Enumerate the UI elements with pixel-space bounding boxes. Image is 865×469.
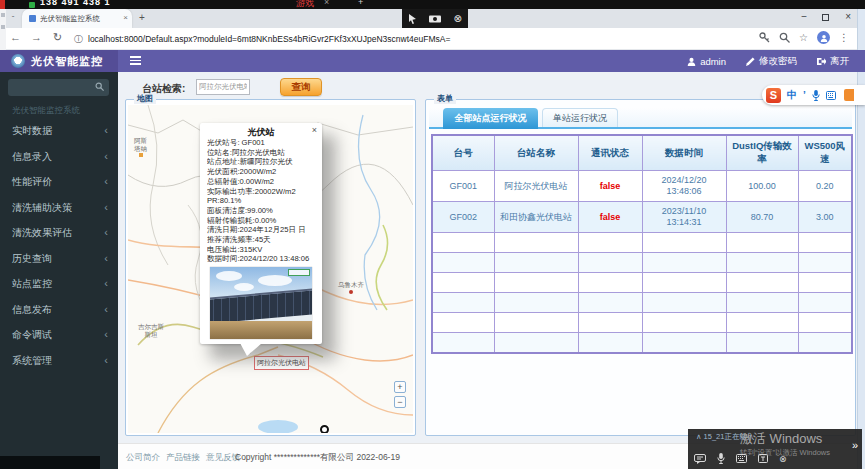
- ime-keyboard-icon[interactable]: [826, 91, 836, 100]
- station-marker-secondary[interactable]: [320, 425, 329, 433]
- caret-icon[interactable]: ∧: [696, 432, 702, 441]
- change-password-button[interactable]: 修改密码: [746, 55, 797, 68]
- tab-search-icon[interactable]: ˇ: [7, 13, 19, 25]
- ime-punctuation-icon[interactable]: ’: [803, 90, 806, 101]
- sidebar-item[interactable]: 系统管理‹: [0, 348, 118, 374]
- sidebar-toggle-icon[interactable]: [130, 56, 141, 65]
- chevron-left-icon: ‹: [104, 169, 108, 195]
- sogou-logo-icon[interactable]: S: [766, 88, 781, 103]
- keyboard-icon[interactable]: [736, 454, 747, 463]
- close-circle-icon[interactable]: ⊗: [779, 454, 787, 464]
- browser-avatar[interactable]: [817, 31, 830, 44]
- popup-close-icon[interactable]: ×: [312, 125, 317, 135]
- column-header: WS500风速: [798, 135, 852, 171]
- query-button[interactable]: 查询: [280, 78, 322, 96]
- text-input-icon[interactable]: [758, 454, 768, 463]
- tab-all-stations-status[interactable]: 全部站点运行状况: [443, 108, 538, 129]
- sidebar-item[interactable]: 信息录入‹: [0, 144, 118, 170]
- chevron-left-icon: ‹: [104, 322, 108, 348]
- sidebar-item[interactable]: 信息发布‹: [0, 297, 118, 323]
- chevron-left-icon: ‹: [104, 144, 108, 170]
- reload-icon[interactable]: ↻: [53, 31, 62, 44]
- forward-icon[interactable]: →: [31, 31, 42, 43]
- table-row[interactable]: GF001阿拉尔光伏电站false2024/12/20 13:48:06100.…: [432, 171, 852, 202]
- password-key-icon[interactable]: [759, 32, 770, 43]
- empty-cell: [578, 293, 642, 313]
- empty-table-row: [432, 333, 852, 353]
- game-tab-label[interactable]: 游戏: [296, 0, 314, 10]
- phone-tab-new-icon[interactable]: +: [358, 0, 363, 7]
- table-cell: 0.20: [798, 171, 852, 202]
- ime-toolbox-icon[interactable]: [844, 89, 854, 101]
- empty-cell: [726, 333, 798, 353]
- empty-cell: [432, 253, 494, 273]
- form-panel: 表单 全部站点运行状况 单站运行状况 台号台站名称通讯状态数据时间DustIQ传…: [425, 99, 856, 436]
- footer-link[interactable]: 公司简介: [126, 452, 160, 462]
- sidebar-item[interactable]: 性能评价‹: [0, 169, 118, 195]
- map-zoom-out-button[interactable]: −: [394, 396, 406, 408]
- empty-cell: [494, 333, 578, 353]
- search-icon[interactable]: [95, 82, 104, 91]
- user-name: admin: [700, 56, 726, 67]
- recorder-stop-icon[interactable]: ⊗: [454, 14, 462, 24]
- tab-single-station-status[interactable]: 单站运行状况: [542, 108, 618, 127]
- url-text[interactable]: localhost:8000/Default.aspx?moduleId=6mt…: [88, 34, 628, 44]
- brand-area[interactable]: 光伏智能监控: [0, 50, 118, 72]
- browser-tab[interactable]: 光伏智能监控系统 ×: [22, 9, 132, 28]
- bookmark-star-icon[interactable]: ☆: [799, 32, 808, 43]
- stations-table: 台号台站名称通讯状态数据时间DustIQ传输效率WS500风速 GF001阿拉尔…: [431, 134, 853, 354]
- map[interactable]: 阿斯塔纳 吉尔吉斯斯坦 乌鲁木齐 + − 阿拉尔光伏电站 光伏站 × 光伏站号:…: [128, 105, 413, 433]
- new-tab-button[interactable]: +: [139, 12, 145, 23]
- site-info-icon[interactable]: ⓘ: [74, 33, 83, 46]
- chevron-left-icon: ‹: [104, 118, 108, 144]
- window-maximize-button[interactable]: [822, 14, 829, 21]
- station-search-input[interactable]: [196, 79, 250, 95]
- sidebar-search-box[interactable]: [8, 79, 109, 96]
- chevron-left-icon: ‹: [104, 271, 108, 297]
- zoom-icon[interactable]: [779, 32, 790, 43]
- footer-link[interactable]: 产品链接: [166, 452, 200, 462]
- avatar-person-icon: [820, 34, 828, 42]
- empty-cell: [494, 273, 578, 293]
- mic-icon[interactable]: [717, 453, 725, 464]
- popup-info-line: PR:80.1%: [207, 196, 315, 206]
- sidebar-item[interactable]: 清洗效果评估‹: [0, 220, 118, 246]
- station-marker-label[interactable]: 阿拉尔光伏电站: [254, 356, 309, 370]
- phone-number-label: 138 491 438 1: [40, 0, 111, 7]
- cursor-icon[interactable]: [408, 14, 417, 24]
- empty-cell: [726, 293, 798, 313]
- popup-lines: 光伏站号: GF001位站名:阿拉尔光伏电站站点地址:新疆阿拉尔光伏光伏面积:2…: [207, 138, 315, 264]
- map-label-city: 乌鲁木齐: [336, 281, 366, 294]
- ime-mic-icon[interactable]: [812, 90, 820, 101]
- empty-cell: [432, 333, 494, 353]
- sidebar-item[interactable]: 命令调试‹: [0, 322, 118, 348]
- chat-icon[interactable]: [694, 454, 706, 464]
- change-password-label: 修改密码: [759, 55, 797, 68]
- sidebar-search-input[interactable]: [12, 81, 90, 94]
- table-row[interactable]: GF002和田协鑫光伏电站false2023/11/10 13:14:3180.…: [432, 202, 852, 233]
- map-zoom-in-button[interactable]: +: [394, 381, 406, 393]
- sidebar-item[interactable]: 站点监控‹: [0, 271, 118, 297]
- user-icon: [687, 57, 696, 66]
- sidebar-item[interactable]: 实时数据‹: [0, 118, 118, 144]
- phone-tab-close-icon[interactable]: ×: [324, 0, 329, 7]
- sidebar-item[interactable]: 历史查询‹: [0, 246, 118, 272]
- tab-close-icon[interactable]: ×: [123, 13, 128, 22]
- sidebar-item-label: 历史查询: [12, 253, 52, 264]
- browser-address-bar: ← → ↻ ⓘ localhost:8000/Default.aspx?modu…: [0, 28, 865, 50]
- back-icon[interactable]: ←: [10, 31, 21, 43]
- ime-language-mode[interactable]: 中: [787, 88, 797, 102]
- user-menu[interactable]: admin: [687, 56, 726, 67]
- app-header: 光伏智能监控 admin 修改密码 离开: [0, 50, 865, 72]
- window-minimize-button[interactable]: −: [801, 11, 807, 22]
- camera-icon[interactable]: [429, 14, 441, 23]
- empty-cell: [798, 253, 852, 273]
- browser-menu-icon[interactable]: ⋮: [839, 32, 849, 43]
- logout-button[interactable]: 离开: [817, 55, 849, 68]
- map-panel-legend: 地图: [134, 94, 156, 104]
- table-cell: 2023/11/10 13:14:31: [642, 202, 726, 233]
- expand-icon[interactable]: »: [852, 439, 858, 451]
- window-close-button[interactable]: ×: [845, 11, 851, 22]
- sidebar-item[interactable]: 清洗辅助决策‹: [0, 195, 118, 221]
- app-title: 光伏智能监控: [31, 54, 103, 69]
